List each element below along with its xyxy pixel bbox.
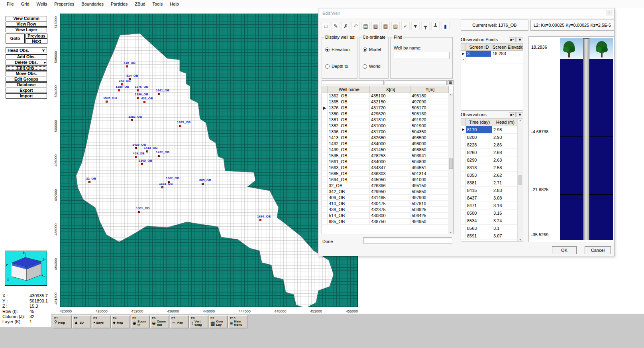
- screen-row[interactable]: ▶ 3 18.283: [461, 51, 523, 57]
- copy-icon[interactable]: ▥: [371, 22, 380, 30]
- observation-row[interactable]: 8228 2.86: [461, 141, 523, 149]
- report-icon[interactable]: ▤: [361, 22, 370, 30]
- paste-icon[interactable]: ▦: [381, 22, 390, 30]
- observation-row[interactable]: 8353 2.62: [461, 172, 523, 179]
- observation-mode-select[interactable]: Head Obs. ∨: [6, 47, 47, 53]
- export-icon[interactable]: ┻: [431, 22, 440, 30]
- append-row-icon[interactable]: ▶*: [509, 37, 516, 42]
- filter-box[interactable]: [322, 80, 384, 85]
- cancel-button[interactable]: Cancel: [585, 246, 611, 254]
- table-properties-button[interactable]: ▦: [448, 80, 454, 85]
- observation-row[interactable]: 8591 3.07: [461, 232, 523, 240]
- table-row[interactable]: 1381_OB 431810 491920: [322, 117, 453, 123]
- table-row[interactable]: 1685_OB 436303 501314: [322, 171, 453, 177]
- view-row-button[interactable]: View Row: [6, 22, 47, 27]
- sidebar-action-button[interactable]: Move Obs.: [6, 71, 47, 76]
- sidebar-action-button[interactable]: Edit Obs.: [6, 65, 47, 71]
- table-row[interactable]: 1380_OB 429620 505160: [322, 111, 453, 117]
- table-row[interactable]: 1439_OB 431450 498850: [322, 147, 453, 153]
- sidebar-action-button[interactable]: Edit Groups: [6, 77, 47, 82]
- f4-map-button[interactable]: F4 ● Map: [111, 315, 130, 328]
- view-layer-button[interactable]: View Layer: [6, 27, 47, 32]
- menu-item[interactable]: Properties: [51, 1, 78, 7]
- ok-button[interactable]: OK: [552, 246, 577, 254]
- sidebar-action-button[interactable]: Export: [6, 88, 47, 93]
- menu-item[interactable]: Help: [166, 1, 183, 7]
- menu-item[interactable]: ZBud: [131, 1, 149, 7]
- table-row[interactable]: 1413_OB 432680 498500: [322, 135, 453, 141]
- previous-button[interactable]: Previous: [26, 34, 47, 39]
- append-row-icon[interactable]: ▶*: [509, 112, 516, 117]
- sidebar-action-button[interactable]: Delete Obs. ▸: [6, 60, 47, 65]
- table-row[interactable]: 1663_OB 434347 494551: [322, 165, 453, 171]
- table-row[interactable]: 1382_OB 431000 501900: [322, 123, 453, 129]
- coordinate-radio[interactable]: World: [363, 64, 381, 69]
- table-row[interactable]: 1661_OB 434000 504800: [322, 159, 453, 165]
- f2-3d-button[interactable]: F2 ▲ 3D: [72, 315, 91, 328]
- observations-scrollbar[interactable]: ▲▼: [517, 119, 523, 241]
- observation-row[interactable]: ▶ 8170 2.98: [461, 126, 523, 134]
- f1-help-button[interactable]: F1 ? Help: [53, 315, 72, 328]
- goto-button[interactable]: Goto: [6, 34, 25, 44]
- table-row[interactable]: 1535_OB 428253 503941: [322, 153, 453, 159]
- observation-row[interactable]: 8534 3.24: [461, 217, 523, 225]
- observation-row[interactable]: 8260 2.68: [461, 149, 523, 156]
- coordinate-radio[interactable]: Model: [363, 47, 381, 52]
- table-row[interactable]: 1396_OB 431700 504350: [322, 129, 453, 135]
- f3-save-button[interactable]: F3 ▪ Save: [92, 315, 111, 328]
- sidebar-action-button[interactable]: Add Obs.: [6, 54, 47, 59]
- table-row[interactable]: 410_OB 430475 507810: [322, 201, 453, 207]
- table-row[interactable]: 438_OB 432375 503925: [322, 207, 453, 213]
- table-row[interactable]: 1362_OB 435100 495180: [322, 93, 453, 99]
- import-icon[interactable]: ┳: [421, 22, 430, 30]
- observation-row[interactable]: 8381 2.71: [461, 179, 523, 187]
- observation-row[interactable]: 8200 2.93: [461, 134, 523, 141]
- f6-zoom-out-button[interactable]: F6 ⊖ Zoom out: [150, 315, 169, 328]
- table-row[interactable]: 1432_OB 434000 498000: [322, 141, 453, 147]
- sidebar-action-button[interactable]: Database: [6, 82, 47, 87]
- menu-item[interactable]: Grid: [18, 1, 33, 7]
- undo-icon[interactable]: ↶: [351, 22, 360, 30]
- filter-icon[interactable]: ▼: [411, 22, 420, 30]
- table-row[interactable]: 885_OB 438750 494950: [322, 219, 453, 225]
- table-row[interactable]: 1694_OB 445050 491000: [322, 177, 453, 183]
- observation-row[interactable]: 8563 3.1: [461, 225, 523, 232]
- table-row[interactable]: 514_OB 430800 506425: [322, 213, 453, 219]
- menu-item[interactable]: Tools: [149, 1, 167, 7]
- observation-row[interactable]: 8318 2.58: [461, 164, 523, 172]
- close-icon[interactable]: ×: [606, 10, 613, 16]
- f10-main-menu-button[interactable]: F10 ≡ Main Menu: [228, 315, 247, 328]
- display-mode-radio[interactable]: Elevation: [325, 47, 349, 52]
- table-row[interactable]: 409_OB 431485 497900: [322, 195, 453, 201]
- observation-row[interactable]: 8471 3.16: [461, 202, 523, 210]
- validate-icon[interactable]: ✓: [401, 22, 410, 30]
- menu-item[interactable]: File: [3, 1, 18, 7]
- table-row[interactable]: 342_OB 429950 505850: [322, 189, 453, 195]
- menu-item[interactable]: Particles: [107, 1, 131, 7]
- next-button[interactable]: Next: [26, 39, 47, 44]
- wells-table-scrollbar[interactable]: ▲▼: [448, 93, 453, 234]
- delete-record-icon[interactable]: ✗: [342, 22, 350, 30]
- table-row[interactable]: 32_OB 426396 495150: [322, 183, 453, 189]
- table-row[interactable]: 1365_OB 432150 497090: [322, 99, 453, 105]
- chart-icon[interactable]: ▮: [441, 22, 450, 30]
- display-mode-radio[interactable]: Depth to: [325, 64, 348, 69]
- delete-row-icon[interactable]: ✖: [516, 112, 523, 117]
- model-grid[interactable]: 410_OB 514_OB 342_OB 1380_OB: [60, 14, 358, 307]
- observation-row[interactable]: 8500 3.16: [461, 210, 523, 217]
- filter-box[interactable]: [385, 80, 447, 85]
- sidebar-action-button[interactable]: Import: [6, 93, 47, 99]
- observation-row[interactable]: 8290 2.63: [461, 156, 523, 164]
- f7-pan-button[interactable]: F7 ⇔ Pan: [170, 315, 189, 328]
- menu-item[interactable]: Wells: [33, 1, 51, 7]
- observation-row[interactable]: 8437 3.08: [461, 194, 523, 202]
- delete-row-icon[interactable]: ✖: [516, 37, 523, 42]
- f9-overlay-button[interactable]: F9 ▦ Over Lay: [209, 315, 228, 328]
- well-search-input[interactable]: [394, 52, 450, 59]
- f5-zoom-in-button[interactable]: F5 ⊕ Zoom in: [131, 315, 150, 328]
- table-row[interactable]: ▶ 1376_OB 431720 505170: [322, 105, 453, 111]
- edit-record-icon[interactable]: ✎: [332, 22, 340, 30]
- menu-item[interactable]: Boundaries: [78, 1, 107, 7]
- new-record-icon[interactable]: □: [322, 22, 330, 30]
- screen-row[interactable]: *: [461, 57, 523, 63]
